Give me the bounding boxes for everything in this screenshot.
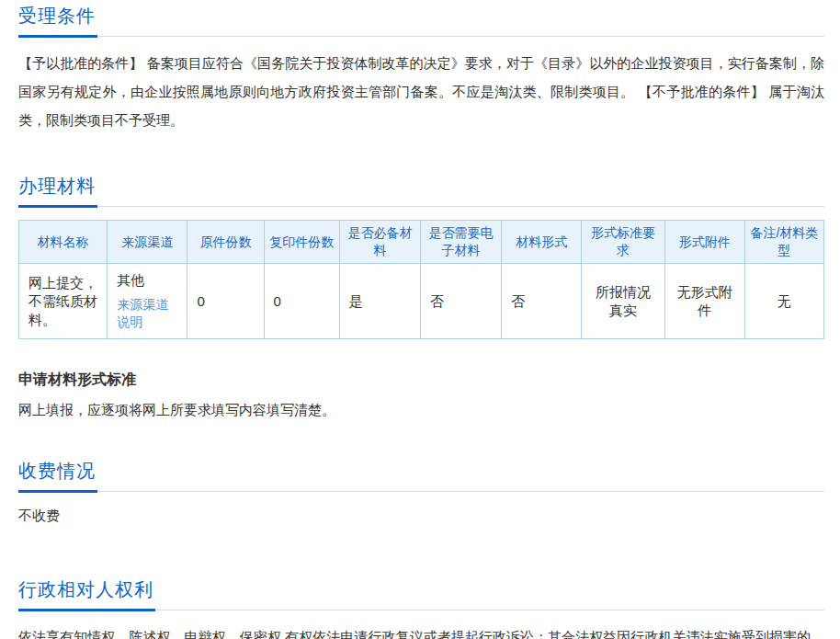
materials-table-header-row: 材料名称 来源渠道 原件份数 复印件份数 是否必备材料 是否需要电子材料 材料形… <box>19 221 824 264</box>
cell-need-electronic: 否 <box>420 264 501 339</box>
col-header-form-attachment: 形式附件 <box>664 221 744 264</box>
col-header-original-copies: 原件份数 <box>187 221 264 264</box>
cell-remark-type: 无 <box>744 264 823 339</box>
col-header-is-required: 是否必备材料 <box>339 221 420 264</box>
section-head-acceptance: 受理条件 <box>18 5 824 37</box>
cell-material-form: 否 <box>502 264 582 339</box>
col-header-remark-type: 备注/材料类型 <box>744 221 823 264</box>
cell-original-copies: 0 <box>187 264 264 339</box>
section-rights: 行政相对人权利 依法享有知情权、陈述权、申辩权、保密权,有权依法申请行政复议或者… <box>18 578 824 639</box>
source-channel-value: 其他 <box>117 271 177 290</box>
col-header-photocopies: 复印件份数 <box>264 221 339 264</box>
form-standard-heading: 申请材料形式标准 <box>18 371 824 389</box>
form-standard-text: 网上填报，应逐项将网上所要求填写内容填写清楚。 <box>18 401 824 419</box>
cell-photocopies: 0 <box>264 264 339 339</box>
rights-text: 依法享有知情权、陈述权、申辩权、保密权,有权依法申请行政复议或者提起行政诉讼；其… <box>18 622 824 639</box>
section-acceptance: 受理条件 【予以批准的条件】 备案项目应符合《国务院关于投资体制改革的决定》要求… <box>18 5 824 134</box>
acceptance-conditions-text: 【予以批准的条件】 备案项目应符合《国务院关于投资体制改革的决定》要求，对于《目… <box>18 49 824 134</box>
col-header-source-channel: 来源渠道 <box>108 221 187 264</box>
col-header-need-electronic: 是否需要电子材料 <box>420 221 501 264</box>
cell-form-standard: 所报情况真实 <box>582 264 664 339</box>
section-head-materials: 办理材料 <box>18 175 824 207</box>
col-header-form-standard: 形式标准要求 <box>582 221 664 264</box>
section-head-rights: 行政相对人权利 <box>18 578 824 610</box>
service-detail-page: 受理条件 【予以批准的条件】 备案项目应符合《国务院关于投资体制改革的决定》要求… <box>0 0 840 639</box>
section-head-fees: 收费情况 <box>18 460 824 492</box>
col-header-material-form: 材料形式 <box>502 221 582 264</box>
section-title-materials: 办理材料 <box>18 175 97 208</box>
col-header-material-name: 材料名称 <box>19 221 108 264</box>
fees-text: 不收费 <box>18 507 824 525</box>
section-title-rights: 行政相对人权利 <box>18 578 155 611</box>
cell-is-required: 是 <box>339 264 420 339</box>
table-row: 网上提交，不需纸质材料。 其他 来源渠道说明 0 0 是 否 否 所报情况真实 … <box>19 264 824 339</box>
cell-source-channel: 其他 来源渠道说明 <box>108 264 187 339</box>
section-materials: 办理材料 材料名称 来源渠道 原件份数 复印件份数 是否必备材料 是否需要电子材… <box>18 175 824 419</box>
cell-material-name: 网上提交，不需纸质材料。 <box>19 264 108 339</box>
source-channel-note-link[interactable]: 来源渠道说明 <box>117 296 177 331</box>
section-title-acceptance: 受理条件 <box>18 5 97 38</box>
cell-form-attachment: 无形式附件 <box>664 264 744 339</box>
section-fees: 收费情况 不收费 <box>18 460 824 525</box>
section-title-fees: 收费情况 <box>18 460 97 493</box>
materials-table: 材料名称 来源渠道 原件份数 复印件份数 是否必备材料 是否需要电子材料 材料形… <box>18 220 824 339</box>
